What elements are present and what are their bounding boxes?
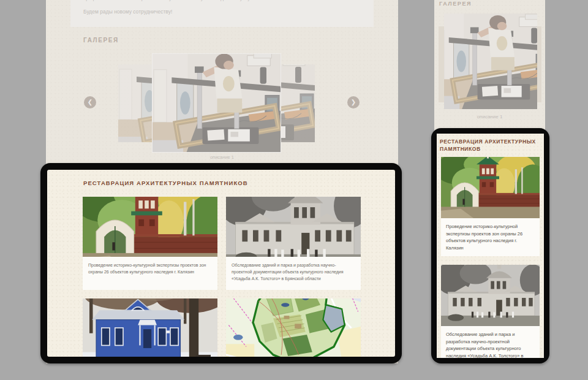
- restoration-card[interactable]: Обследование зданий и парка и разработка…: [226, 197, 361, 290]
- restoration-section-heading: РЕСТАВРАЦИЯ АРХИТЕКТУРНЫХ ПАМЯТНИКОВ: [83, 180, 365, 187]
- restoration-section-heading: РЕСТАВРАЦИЯ АРХИТЕКТУРНЫХ ПАМЯТНИКОВ: [440, 138, 537, 153]
- card-caption: Проведение историко-культурной экспертиз…: [441, 218, 540, 256]
- card-caption: Проведение историко-культурной экспертиз…: [83, 257, 217, 290]
- restoration-card[interactable]: г. Подольск: [226, 298, 361, 357]
- carousel-current-slide[interactable]: [153, 54, 281, 152]
- desk-photo: [280, 64, 315, 142]
- restorer-scanner-photo: [444, 13, 537, 109]
- room-photo: [118, 64, 153, 142]
- restoration-card[interactable]: Проведение историко-культурной экспертиз…: [83, 197, 217, 290]
- restoration-card[interactable]: Обследование зданий и парка и разработка…: [441, 265, 540, 358]
- manor-archive-photo: [226, 197, 361, 257]
- intro-line-clipped: профессиональных и современных музейных …: [83, 0, 365, 1]
- restoration-card-grid: Проведение историко-культурной экспертиз…: [83, 197, 361, 357]
- slide-caption: описание 1: [434, 114, 545, 120]
- intro-text-block: профессиональных и современных музейных …: [70, 0, 374, 27]
- restorer-scanner-photo: [153, 54, 281, 152]
- carousel-current-slide[interactable]: [444, 13, 537, 109]
- restoration-card[interactable]: [83, 298, 217, 357]
- carousel-next-button[interactable]: ❯: [347, 96, 360, 108]
- responsive-preview-canvas: профессиональных и современных музейных …: [0, 0, 588, 380]
- church-photo: [83, 197, 217, 257]
- carousel-next-slide[interactable]: [280, 64, 315, 142]
- gallery-heading: ГАЛЕРЕЯ: [439, 1, 472, 7]
- restoration-card[interactable]: Проведение историко-культурной экспертиз…: [441, 157, 540, 256]
- card-caption: Обследование зданий и парка и разработка…: [226, 257, 361, 290]
- gallery-heading: ГАЛЕРЕЯ: [83, 37, 119, 44]
- chevron-right-icon: ❯: [351, 99, 356, 105]
- intro-line: Будем рады новому сотрудничеству!: [83, 9, 172, 15]
- chevron-left-icon: ❮: [88, 99, 92, 105]
- church-photo: [441, 157, 540, 218]
- slide-caption: описание 1: [70, 154, 374, 160]
- tablet-device-frame: РЕСТАВРАЦИЯ АРХИТЕКТУРНЫХ ПАМЯТНИКОВ Про…: [40, 163, 402, 363]
- carousel-prev-button[interactable]: ❮: [84, 96, 96, 108]
- tablet-screen: РЕСТАВРАЦИЯ АРХИТЕКТУРНЫХ ПАМЯТНИКОВ Про…: [47, 170, 395, 357]
- mobile-screen: РЕСТАВРАЦИЯ АРХИТЕКТУРНЫХ ПАМЯТНИКОВ Про…: [437, 134, 544, 358]
- card-caption: Обследование зданий и парка и разработка…: [441, 326, 540, 358]
- mobile-device-frame: РЕСТАВРАЦИЯ АРХИТЕКТУРНЫХ ПАМЯТНИКОВ Про…: [431, 128, 549, 363]
- land-use-map: г. Подольск: [226, 298, 361, 357]
- blue-house-photo: [83, 298, 217, 357]
- carousel-prev-slide[interactable]: [118, 64, 153, 142]
- manor-archive-photo: [441, 265, 540, 326]
- mobile-viewport-preview: ГАЛЕРЕЯ описание 1: [434, 0, 545, 141]
